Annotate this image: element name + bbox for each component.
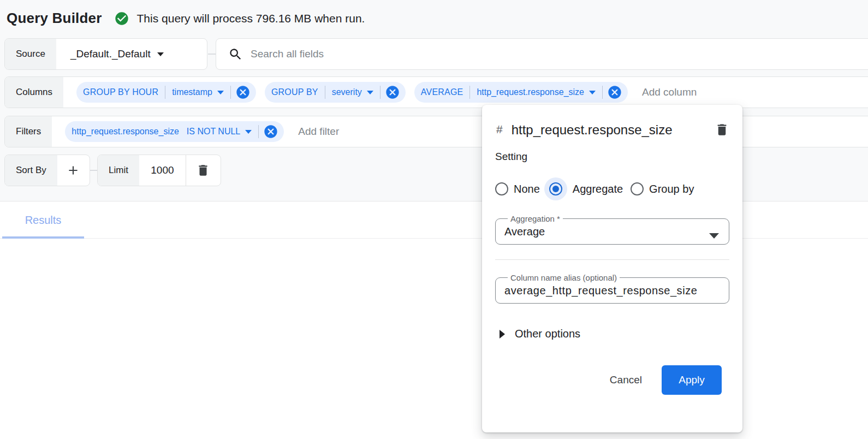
chip-field-label: severity: [332, 87, 362, 97]
search-input[interactable]: [251, 39, 868, 69]
add-sort-button[interactable]: [57, 155, 90, 186]
chip-divider: [230, 86, 231, 99]
chip-operator: GROUP BY HOUR: [76, 82, 165, 103]
aggregation-value: Average: [504, 226, 545, 238]
radio-aggregate-label: Aggregate: [573, 183, 623, 195]
search-icon: [228, 47, 243, 62]
numeric-field-icon: #: [496, 123, 503, 136]
expander-arrow-icon: [500, 330, 505, 339]
columns-row: Columns GROUP BY HOUR timestamp GROUP BY…: [4, 76, 868, 108]
add-filter-placeholder[interactable]: Add filter: [298, 126, 339, 138]
cancel-icon[interactable]: [607, 85, 622, 100]
sort-by-label: Sort By: [5, 155, 57, 186]
limit-row: Limit 1000: [97, 155, 221, 186]
aggregation-label: Aggregation *: [508, 214, 563, 223]
radio-none[interactable]: None: [495, 182, 544, 195]
query-builder-header: Query Builder This query will process 79…: [7, 10, 365, 27]
setting-heading: Setting: [495, 151, 729, 163]
radio-none-label: None: [514, 183, 540, 195]
caret-down-icon: [217, 91, 224, 94]
column-alias-label: Column name alias (optional): [508, 273, 620, 282]
row-connector: [208, 54, 216, 55]
column-alias-value: average_http_request_response_size: [504, 284, 697, 297]
caret-down-icon: [157, 52, 164, 56]
cancel-icon[interactable]: [385, 85, 400, 100]
page-title: Query Builder: [7, 10, 102, 27]
chip-field-label: timestamp: [172, 87, 212, 97]
caret-down-icon: [245, 130, 252, 134]
caret-down-icon: [589, 91, 596, 94]
chip-divider: [602, 86, 603, 99]
check-circle-icon: [114, 11, 129, 26]
chip-operator: AVERAGE: [414, 82, 470, 103]
tab-results[interactable]: Results: [2, 201, 84, 239]
query-status-text: This query will process 796.16 MB when r…: [137, 12, 365, 25]
dialog-actions: Cancel Apply: [495, 365, 729, 395]
other-options-expander[interactable]: Other options: [495, 328, 729, 340]
limit-label: Limit: [98, 155, 139, 186]
apply-button[interactable]: Apply: [662, 365, 722, 395]
radio-off-icon: [495, 182, 508, 195]
column-chip-timestamp[interactable]: GROUP BY HOUR timestamp: [76, 82, 256, 103]
chip-divider: [258, 125, 259, 138]
chip-field-dropdown[interactable]: timestamp: [165, 82, 230, 103]
source-value: _Default._Default: [70, 48, 151, 60]
other-options-label: Other options: [515, 328, 580, 340]
column-chip-severity[interactable]: GROUP BY severity: [265, 82, 406, 103]
dialog-header: # http_request.response_size: [495, 118, 729, 142]
radio-off-icon: [631, 182, 644, 195]
chip-operator-label: IS NOT NULL: [187, 127, 240, 137]
chip-field-dropdown[interactable]: severity: [325, 82, 380, 103]
tab-results-label: Results: [25, 214, 62, 227]
cancel-icon[interactable]: [263, 124, 278, 139]
radio-aggregate[interactable]: Aggregate: [544, 177, 631, 200]
dialog-divider: [495, 259, 729, 260]
trash-icon[interactable]: [715, 122, 729, 137]
columns-chip-area: GROUP BY HOUR timestamp GROUP BY severit…: [63, 77, 868, 108]
source-label: Source: [5, 39, 56, 69]
column-alias-field[interactable]: Column name alias (optional) average_htt…: [495, 273, 729, 304]
chip-operator-dropdown[interactable]: IS NOT NULL: [180, 121, 258, 142]
search-bar: [216, 38, 868, 70]
dialog-title: http_request.response_size: [512, 118, 692, 142]
limit-value[interactable]: 1000: [139, 155, 186, 186]
filters-chip-area: http_request.response_size IS NOT NULL A…: [52, 116, 868, 147]
caret-down-icon: [367, 91, 373, 94]
trash-icon: [196, 163, 210, 177]
source-row: Source _Default._Default: [4, 38, 207, 70]
cancel-button[interactable]: Cancel: [607, 369, 645, 391]
plus-icon: [66, 163, 80, 177]
chip-field-label: http_request.response_size: [65, 121, 180, 142]
setting-radio-group: None Aggregate Group by: [495, 177, 729, 201]
chip-field-label: http_request.response_size: [477, 87, 584, 97]
add-column-placeholder[interactable]: Add column: [642, 86, 697, 98]
delete-limit-button[interactable]: [186, 155, 221, 186]
radio-on-icon: [544, 177, 567, 200]
chip-field-dropdown[interactable]: http_request.response_size: [470, 82, 602, 103]
column-chip-response-size[interactable]: AVERAGE http_request.response_size: [414, 82, 628, 103]
radio-group-by-label: Group by: [649, 183, 694, 195]
chip-operator: GROUP BY: [265, 82, 325, 103]
column-settings-dialog: # http_request.response_size Setting Non…: [482, 105, 742, 432]
row-connector: [90, 170, 97, 171]
columns-label: Columns: [5, 77, 63, 108]
radio-group-by[interactable]: Group by: [631, 182, 701, 195]
aggregation-select[interactable]: Aggregation * Average: [495, 214, 729, 245]
chip-divider: [380, 86, 381, 99]
dropdown-arrow-icon: [709, 233, 719, 239]
source-dropdown[interactable]: _Default._Default: [56, 39, 175, 69]
cancel-icon[interactable]: [235, 85, 251, 100]
filters-label: Filters: [5, 116, 52, 147]
sort-by-row: Sort By: [4, 155, 90, 186]
filter-chip-response-size[interactable]: http_request.response_size IS NOT NULL: [65, 121, 284, 142]
